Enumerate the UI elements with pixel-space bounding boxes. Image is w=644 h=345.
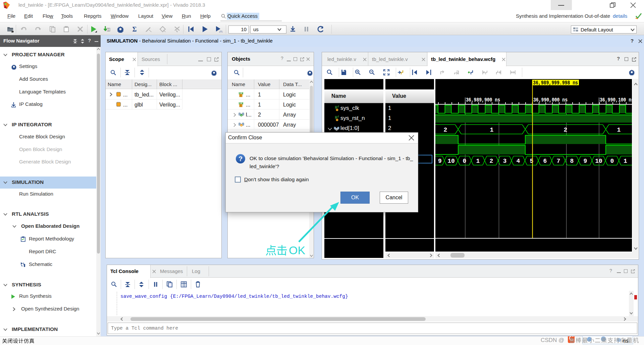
svg-text:9: 9: [438, 158, 442, 164]
svg-text:3: 3: [503, 158, 507, 164]
svg-text:1: 1: [476, 158, 480, 164]
svg-text:Σ: Σ: [132, 25, 137, 33]
svg-text:1: 1: [490, 127, 494, 133]
svg-text:8: 8: [570, 158, 574, 164]
svg-text:10: 10: [447, 158, 455, 164]
svg-text:9: 9: [584, 158, 587, 164]
svg-text:2: 2: [490, 158, 493, 164]
svg-text:ns: ns: [623, 338, 628, 344]
svg-text:4: 4: [517, 158, 520, 164]
svg-text:6: 6: [543, 158, 547, 164]
svg-text:36,989,999.998 ns: 36,989,999.998 ns: [533, 80, 578, 86]
svg-text:36,989,900 ns: 36,989,900 ns: [466, 97, 500, 103]
svg-text:1: 1: [617, 127, 621, 133]
svg-text:0: 0: [610, 158, 614, 164]
svg-text:10: 10: [595, 158, 602, 164]
svg-text:36,990,000 ns: 36,990,000 ns: [533, 97, 568, 103]
svg-text:?: ?: [238, 155, 243, 162]
svg-text:2: 2: [564, 127, 568, 133]
svg-text:OK: OK: [289, 244, 305, 257]
svg-text:1: 1: [624, 158, 627, 164]
svg-text:36,990,100 ns: 36,990,100 ns: [600, 97, 632, 103]
svg-text:10: 10: [108, 29, 110, 31]
svg-text:0: 0: [463, 158, 467, 164]
svg-text:(T): (T): [219, 30, 222, 33]
svg-text:CSDN @: CSDN @: [541, 337, 564, 343]
svg-text:7: 7: [557, 158, 560, 164]
svg-text:5: 5: [530, 158, 534, 164]
svg-text:2: 2: [444, 127, 447, 133]
